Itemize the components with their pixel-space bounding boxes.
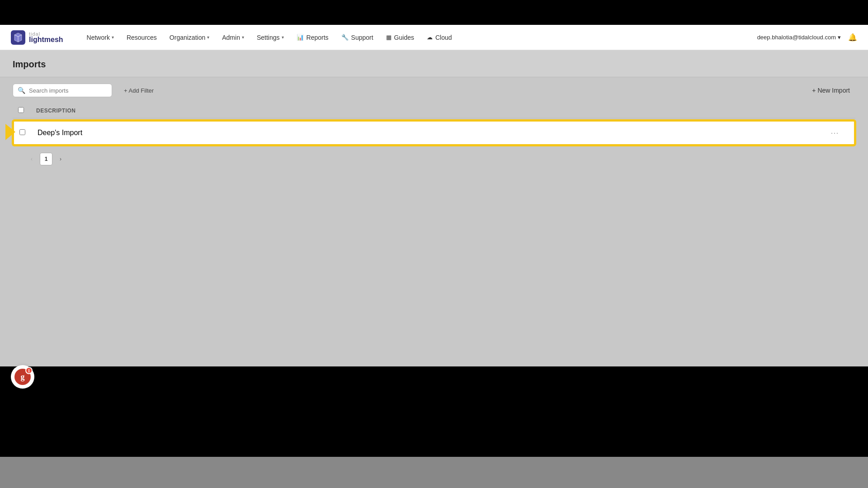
- nav-resources-label: Resources: [127, 34, 157, 41]
- nav-admin-label: Admin: [222, 34, 240, 41]
- next-icon: ›: [60, 156, 61, 162]
- nav-item-guides[interactable]: ▦ Guides: [381, 31, 420, 44]
- nav-item-organization[interactable]: Organization ▾: [164, 31, 215, 44]
- chevron-down-icon: ▾: [112, 35, 114, 40]
- toolbar: 🔍 + Add Filter + New Import: [0, 77, 868, 103]
- svg-marker-1: [5, 124, 15, 140]
- row-arrow-indicator: [5, 124, 15, 142]
- page-header: Imports: [0, 50, 868, 77]
- g2-badge[interactable]: g 1: [11, 365, 34, 389]
- add-filter-label: + Add Filter: [124, 87, 154, 94]
- bell-icon[interactable]: 🔔: [848, 33, 857, 42]
- nav-item-settings[interactable]: Settings ▾: [251, 31, 289, 44]
- search-icon: 🔍: [18, 87, 25, 94]
- row-actions-menu[interactable]: ⋯: [830, 128, 849, 138]
- chevron-down-icon: ▾: [207, 35, 209, 40]
- user-email[interactable]: deep.bhalotia@tidalcloud.com ▾: [757, 34, 841, 41]
- navbar-right: deep.bhalotia@tidalcloud.com ▾ 🔔: [757, 33, 857, 42]
- grid-icon: ▦: [386, 34, 392, 41]
- search-input[interactable]: [29, 87, 107, 94]
- col-check: [18, 107, 36, 114]
- user-dropdown-chevron: ▾: [838, 34, 841, 41]
- prev-icon: ‹: [31, 156, 33, 162]
- user-email-text: deep.bhalotia@tidalcloud.com: [757, 34, 836, 41]
- nav-item-admin[interactable]: Admin ▾: [217, 31, 250, 44]
- logo[interactable]: tidal lightmesh: [11, 30, 63, 45]
- new-import-label: + New Import: [812, 87, 850, 94]
- import-rows-container: Deep's Import ⋯: [13, 118, 855, 147]
- pagination: ‹ 1 ›: [13, 147, 855, 171]
- row-select-checkbox[interactable]: [19, 129, 25, 135]
- black-bar-bottom: [0, 366, 868, 457]
- g2-notification-count: 1: [28, 368, 30, 373]
- g2-badge-icon: g 1: [14, 369, 31, 385]
- nav-settings-label: Settings: [257, 34, 280, 41]
- bar-chart-icon: 📊: [297, 34, 304, 41]
- nav-item-reports[interactable]: 📊 Reports: [291, 31, 334, 44]
- table-header: Description: [13, 103, 855, 118]
- logo-text-group: tidal lightmesh: [29, 31, 63, 44]
- page-content: Imports 🔍 + Add Filter + New Import Desc: [0, 50, 868, 366]
- nav-item-resources[interactable]: Resources: [121, 31, 162, 44]
- chevron-down-icon: ▾: [242, 35, 244, 40]
- black-bar-top: [0, 0, 868, 25]
- cloud-icon: ☁: [427, 34, 433, 41]
- search-box: 🔍: [13, 84, 112, 97]
- next-page-button[interactable]: ›: [54, 153, 67, 165]
- nav-support-label: Support: [351, 34, 373, 41]
- logo-icon: [11, 30, 25, 45]
- nav-network-label: Network: [87, 34, 110, 41]
- prev-page-button[interactable]: ‹: [25, 153, 38, 165]
- g2-notification-badge: 1: [25, 367, 33, 374]
- page-title: Imports: [13, 59, 855, 70]
- nav-guides-label: Guides: [394, 34, 414, 41]
- nav-reports-label: Reports: [307, 34, 329, 41]
- page-1-button[interactable]: 1: [40, 153, 52, 165]
- wrench-icon: 🔧: [341, 34, 349, 41]
- nav-cloud-label: Cloud: [435, 34, 452, 41]
- import-row-name: Deep's Import: [38, 129, 830, 137]
- right-arrow-icon: [5, 124, 15, 140]
- new-import-button[interactable]: + New Import: [807, 84, 855, 97]
- main-wrapper: tidal lightmesh Network ▾ Resources Orga…: [0, 25, 868, 366]
- nav-org-label: Organization: [170, 34, 205, 41]
- table-row[interactable]: Deep's Import ⋯: [13, 120, 855, 145]
- chevron-down-icon: ▾: [282, 35, 284, 40]
- row-checkbox-container: [19, 129, 38, 137]
- select-all-checkbox[interactable]: [18, 107, 24, 113]
- navbar: tidal lightmesh Network ▾ Resources Orga…: [0, 25, 868, 50]
- nav-item-network[interactable]: Network ▾: [81, 31, 119, 44]
- page-1-label: 1: [45, 156, 48, 162]
- nav-item-cloud[interactable]: ☁ Cloud: [421, 31, 458, 44]
- col-description-header: Description: [36, 108, 832, 114]
- g2-letter: g: [21, 372, 25, 382]
- table-area: Description Deep's Import ⋯: [0, 103, 868, 171]
- nav-item-support[interactable]: 🔧 Support: [336, 31, 379, 44]
- logo-product: lightmesh: [29, 36, 63, 44]
- add-filter-button[interactable]: + Add Filter: [119, 84, 158, 97]
- navbar-nav: Network ▾ Resources Organization ▾ Admin…: [81, 31, 757, 44]
